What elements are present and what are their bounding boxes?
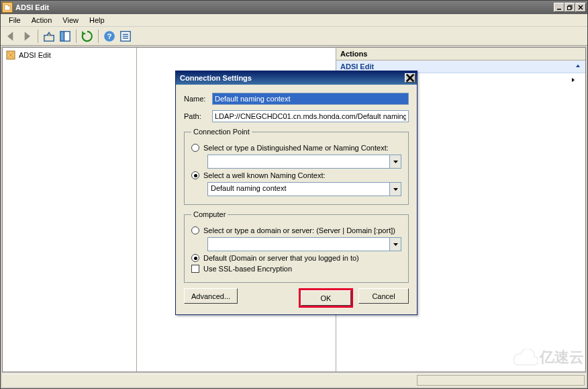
comp-server-combo-text — [208, 238, 389, 251]
cp-radio-dn-label: Select or type a Distinguished Name or N… — [203, 144, 389, 152]
name-label: Name: — [184, 95, 212, 103]
comp-radio-default-label: Default (Domain or server that you logge… — [203, 254, 359, 262]
radio-icon — [191, 171, 199, 179]
path-input[interactable] — [212, 110, 409, 122]
comp-radio-default[interactable]: Default (Domain or server that you logge… — [191, 254, 401, 262]
dialog-close-button[interactable] — [405, 73, 415, 83]
ssl-checkbox-label: Use SSL-based Encryption — [203, 265, 292, 273]
app-titlebar: ADSI Edit — [1, 1, 587, 14]
svg-rect-2 — [568, 7, 571, 10]
svg-rect-4 — [60, 31, 64, 40]
chevron-right-icon — [571, 76, 576, 84]
forward-button — [19, 29, 34, 44]
cancel-button[interactable]: Cancel — [358, 288, 409, 304]
close-button[interactable] — [575, 3, 586, 12]
cp-wellknown-combo-text: Default naming context — [208, 183, 389, 196]
actions-header: Actions — [336, 48, 585, 60]
radio-icon — [191, 254, 199, 262]
radio-icon — [191, 144, 199, 152]
ok-button-highlight: OK — [299, 288, 353, 308]
connection-point-group: Connection Point Select or type a Distin… — [184, 128, 409, 205]
ssl-checkbox[interactable]: Use SSL-based Encryption — [191, 265, 401, 273]
name-input[interactable] — [212, 93, 409, 105]
checkbox-icon — [191, 265, 199, 273]
collapse-icon — [575, 62, 581, 71]
chevron-down-icon — [389, 155, 401, 168]
comp-radio-type[interactable]: Select or type a domain or server: (Serv… — [191, 226, 401, 234]
menu-help[interactable]: Help — [84, 15, 110, 26]
status-cell — [417, 375, 585, 386]
connection-settings-dialog: Connection Settings Name: Path: Connecti… — [175, 71, 418, 315]
back-button — [3, 29, 18, 44]
svg-rect-3 — [44, 35, 54, 41]
properties-button[interactable] — [118, 29, 133, 44]
path-label: Path: — [184, 112, 212, 120]
advanced-button[interactable]: Advanced... — [184, 288, 238, 304]
comp-server-combo[interactable] — [207, 237, 401, 251]
cp-dn-combo-text — [208, 155, 389, 168]
ok-button[interactable]: OK — [301, 290, 351, 306]
comp-radio-type-label: Select or type a domain or server: (Serv… — [203, 226, 395, 234]
dialog-titlebar: Connection Settings — [176, 71, 417, 85]
cp-dn-combo[interactable] — [207, 155, 401, 169]
chevron-down-icon — [389, 183, 401, 196]
actions-group-label: ADSI Edit — [340, 62, 374, 71]
tree-root-label: ADSI Edit — [19, 51, 51, 59]
computer-legend: Computer — [191, 210, 228, 218]
app-title: ADSI Edit — [15, 3, 554, 11]
dialog-title: Connection Settings — [180, 74, 405, 82]
menu-view[interactable]: View — [57, 15, 84, 26]
help-button[interactable]: ? — [102, 29, 117, 44]
menubar: File Action View Help — [1, 14, 587, 27]
tree-root-item[interactable]: ADSI Edit — [4, 49, 135, 61]
restore-button[interactable] — [565, 3, 575, 12]
show-hide-tree-button[interactable] — [58, 29, 72, 44]
up-level-button[interactable] — [42, 29, 56, 44]
connection-point-legend: Connection Point — [191, 128, 252, 136]
app-icon — [2, 2, 13, 13]
cp-wellknown-combo[interactable]: Default naming context — [207, 182, 401, 196]
menu-action[interactable]: Action — [26, 15, 58, 26]
computer-group: Computer Select or type a domain or serv… — [184, 210, 409, 283]
cp-radio-dn[interactable]: Select or type a Distinguished Name or N… — [191, 144, 401, 152]
svg-rect-5 — [64, 31, 70, 40]
minimize-button[interactable] — [554, 3, 565, 12]
cp-radio-wellknown-label: Select a well known Naming Context: — [203, 171, 326, 179]
radio-icon — [191, 226, 199, 234]
menu-file[interactable]: File — [3, 15, 26, 26]
cp-radio-wellknown[interactable]: Select a well known Naming Context: — [191, 171, 401, 179]
refresh-button[interactable] — [80, 29, 95, 44]
statusbar — [2, 374, 586, 387]
tree-pane[interactable]: ADSI Edit — [3, 48, 137, 372]
svg-rect-0 — [557, 9, 561, 10]
chevron-down-icon — [389, 238, 401, 251]
svg-text:?: ? — [107, 32, 112, 40]
adsi-edit-icon — [5, 50, 16, 60]
toolbar: ? — [1, 27, 587, 46]
